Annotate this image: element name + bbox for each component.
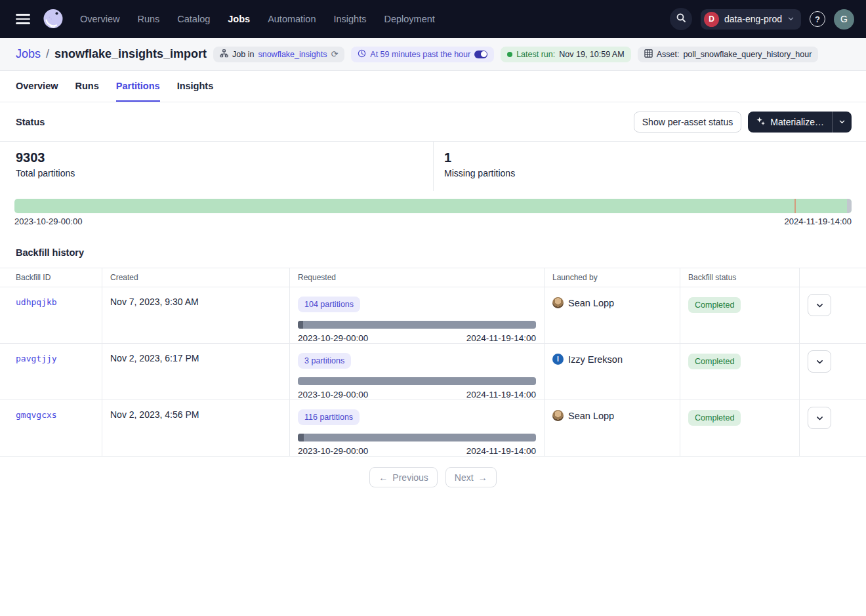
requested-partitions-pill[interactable]: 116 partitions	[298, 409, 360, 425]
row-actions-button[interactable]	[808, 407, 831, 429]
table-row: gmqvgcxs Nov 2, 2023, 4:56 PM 116 partit…	[0, 400, 866, 457]
table-header-row: Backfill ID Created Requested Launched b…	[0, 268, 866, 287]
partition-stats: 9303 Total partitions 1 Missing partitio…	[0, 141, 866, 191]
materialize-button[interactable]: Materialize…	[748, 116, 832, 128]
backfill-range-end: 2024-11-19-14:00	[466, 446, 536, 456]
backfill-range-end: 2024-11-19-14:00	[466, 390, 536, 400]
search-button[interactable]	[670, 8, 692, 30]
nav-right-controls: D data-eng-prod ? G	[670, 8, 854, 30]
code-location-link[interactable]: snowflake_insights	[258, 50, 327, 59]
breadcrumb: Jobs / snowflake_insights_import	[16, 47, 207, 61]
partition-range-end: 2024-11-19-14:00	[785, 216, 852, 226]
col-header-created: Created	[102, 268, 289, 287]
col-header-actions	[799, 268, 866, 287]
arrow-left-icon: ←	[379, 472, 388, 483]
status-actions: Show per-asset status Materialize…	[634, 112, 852, 133]
deployment-avatar: D	[704, 12, 719, 27]
tab-partitions[interactable]: Partitions	[116, 81, 160, 102]
status-badge: Completed	[688, 410, 741, 426]
col-header-requested: Requested	[289, 268, 544, 287]
table-row: udhpqjkb Nov 7, 2023, 9:30 AM 104 partit…	[0, 287, 866, 344]
primary-nav: Overview Runs Catalog Jobs Automation In…	[80, 14, 435, 24]
avatar: I	[552, 354, 564, 365]
schedule-label: At 59 minutes past the hour	[370, 50, 470, 59]
backfill-range-bar	[298, 377, 536, 385]
created-timestamp: Nov 7, 2023, 9:30 AM	[110, 297, 199, 307]
status-section-title: Status	[16, 117, 45, 127]
show-per-asset-status-button[interactable]: Show per-asset status	[634, 112, 742, 133]
nav-item-catalog[interactable]: Catalog	[177, 14, 210, 24]
nav-item-jobs[interactable]: Jobs	[228, 14, 250, 24]
missing-partitions-stat: 1 Missing partitions	[433, 142, 866, 191]
table-row: pavgtjjy Nov 2, 2023, 6:17 PM 3 partitio…	[0, 344, 866, 400]
previous-label: Previous	[392, 472, 428, 483]
latest-run-pill: Latest run: Nov 19, 10:59 AM	[501, 47, 630, 62]
col-header-backfill-status: Backfill status	[680, 268, 799, 287]
asset-name: poll_snowflake_query_history_hour	[683, 50, 812, 59]
asset-label: Asset:	[657, 50, 680, 59]
created-timestamp: Nov 2, 2023, 4:56 PM	[110, 409, 199, 420]
run-status-dot-icon	[507, 52, 512, 57]
backfill-range-start: 2023-10-29-00:00	[298, 446, 368, 456]
materialize-label: Materialize…	[770, 117, 824, 127]
row-actions-button[interactable]	[808, 350, 831, 373]
backfill-range-start: 2023-10-29-00:00	[298, 333, 368, 343]
chevron-down-icon	[815, 414, 824, 422]
backfill-id-link[interactable]: udhpqjkb	[16, 297, 57, 307]
avatar	[552, 410, 564, 421]
workflow-graph-icon	[220, 49, 228, 60]
tab-insights[interactable]: Insights	[177, 81, 214, 102]
job-location-pill: Job in snowflake_insights ⟳	[213, 47, 344, 62]
materialize-button-group[interactable]: Materialize…	[748, 112, 852, 133]
menu-icon[interactable]	[16, 14, 30, 24]
schedule-pill: At 59 minutes past the hour	[351, 47, 494, 62]
requested-partitions-pill[interactable]: 104 partitions	[298, 297, 360, 312]
previous-page-button[interactable]: ← Previous	[369, 467, 437, 487]
dagster-logo-icon[interactable]	[39, 5, 67, 33]
refresh-icon[interactable]: ⟳	[331, 49, 338, 59]
total-partitions-value: 9303	[16, 150, 433, 165]
deployment-name: data-eng-prod	[724, 14, 782, 24]
nav-item-insights[interactable]: Insights	[333, 14, 366, 24]
schedule-toggle[interactable]	[474, 51, 487, 58]
launched-by-name: Sean Lopp	[568, 298, 614, 308]
status-badge: Completed	[688, 297, 741, 313]
nav-item-overview[interactable]: Overview	[80, 14, 119, 24]
help-icon[interactable]: ?	[810, 11, 825, 27]
partition-health-section: 2023-10-29-00:00 2024-11-19-14:00	[0, 191, 866, 237]
nav-item-runs[interactable]: Runs	[137, 14, 159, 24]
materialize-dropdown-button[interactable]	[833, 118, 852, 125]
requested-partitions-pill[interactable]: 3 partitions	[298, 353, 351, 369]
partition-health-bar[interactable]	[14, 199, 852, 213]
nav-item-automation[interactable]: Automation	[268, 14, 316, 24]
top-navigation-bar: Overview Runs Catalog Jobs Automation In…	[0, 0, 866, 38]
sparkle-icon	[756, 116, 766, 128]
col-header-backfill-id: Backfill ID	[0, 268, 102, 287]
backfill-range-labels: 2023-10-29-00:00 2024-11-19-14:00	[298, 446, 536, 456]
backfill-range-bar	[298, 434, 536, 441]
row-actions-button[interactable]	[808, 294, 831, 316]
tab-runs[interactable]: Runs	[75, 81, 99, 102]
user-avatar[interactable]: G	[834, 9, 854, 30]
backfill-target-segment	[298, 321, 303, 329]
nav-item-deployment[interactable]: Deployment	[384, 14, 434, 24]
backfill-history-title: Backfill history	[0, 237, 866, 268]
breadcrumb-jobs-link[interactable]: Jobs	[16, 47, 41, 61]
latest-run-label: Latest run:	[516, 50, 555, 59]
backfill-range-start: 2023-10-29-00:00	[298, 390, 368, 400]
table-grid-icon	[644, 49, 653, 60]
backfill-id-link[interactable]: pavgtjjy	[16, 354, 57, 363]
clock-icon	[358, 49, 366, 60]
backfill-id-link[interactable]: gmqvgcxs	[16, 410, 57, 420]
arrow-right-icon: →	[478, 472, 487, 483]
partition-range-labels: 2023-10-29-00:00 2024-11-19-14:00	[14, 216, 852, 226]
tab-overview[interactable]: Overview	[16, 81, 58, 102]
next-page-button[interactable]: Next →	[445, 467, 497, 487]
missing-partitions-label: Missing partitions	[444, 168, 866, 178]
avatar	[552, 297, 564, 308]
chevron-down-icon	[787, 13, 794, 25]
partition-marker	[794, 199, 796, 213]
deployment-switcher[interactable]: D data-eng-prod	[701, 9, 801, 30]
asset-pill: Asset: poll_snowflake_query_history_hour	[638, 47, 819, 62]
status-header: Status Show per-asset status Materialize…	[0, 102, 866, 141]
